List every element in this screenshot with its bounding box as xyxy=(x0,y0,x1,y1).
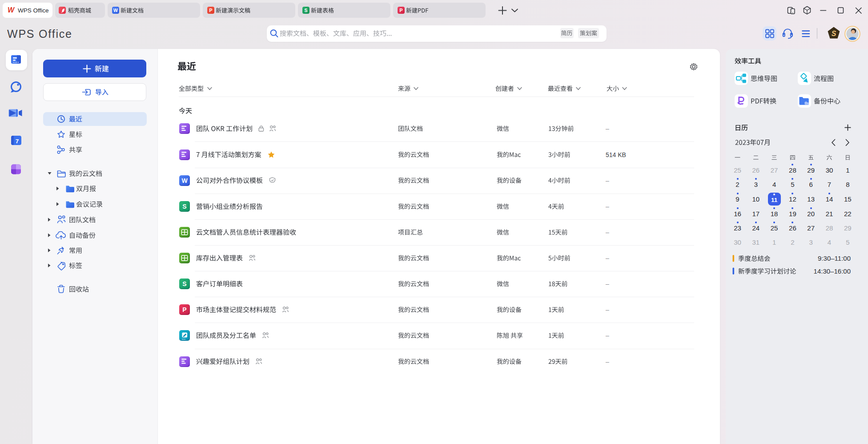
svg-text:S: S xyxy=(832,30,836,37)
svg-text:7: 7 xyxy=(16,138,19,145)
